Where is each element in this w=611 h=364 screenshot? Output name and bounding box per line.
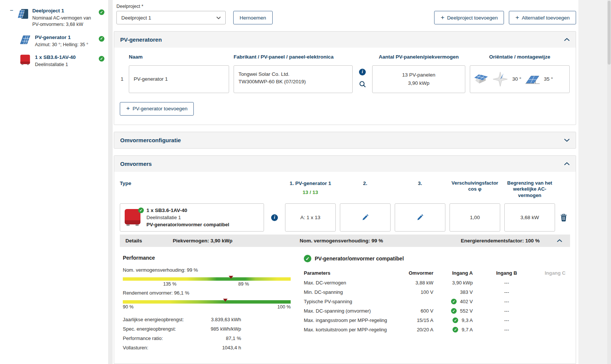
sidebar-item-desc: Deelinstallatie 1 — [35, 62, 94, 68]
compat-row: Max. kortsluitstroom per MPP-regeling 20… — [304, 325, 570, 334]
trash-icon[interactable] — [561, 214, 567, 221]
omvormerconfiguratie-header[interactable]: Omvormerconfiguratie — [114, 132, 576, 148]
row-index: 1 — [121, 76, 124, 82]
plus-icon: + — [126, 105, 130, 111]
pv-generatoren-header[interactable]: PV-generatoren — [114, 32, 576, 48]
sidebar-divider — [108, 0, 113, 364]
search-icon[interactable] — [359, 81, 366, 88]
inverter-status: PV-generator/omvormer compatibel — [146, 221, 229, 229]
pv-generator-row: 1 Tongwei Solar Co. Ltd. TW300MWP-60 BK … — [120, 65, 570, 93]
info-icon[interactable]: i — [359, 69, 366, 75]
inverter-icon: ✓ — [124, 209, 142, 226]
project-icon — [17, 8, 29, 20]
status-ok-icon: ✓ — [99, 56, 104, 62]
sidebar-item-title: 1 x SB3.6-1AV-40 — [35, 54, 94, 61]
compatibility-table: Parameters Omvormer Ingang A Ingang B In… — [304, 268, 570, 334]
add-pv-generator-button[interactable]: + PV-generator toevoegen — [120, 102, 194, 116]
panel-count-box[interactable]: 13 PV-panelen 3,90 kWp — [372, 65, 465, 93]
peak-power-summary: Piekvermogen: 3,90 kWp — [173, 238, 300, 244]
omvormers-panel: Omvormers Type 1. PV-generator 1 13 / 13… — [114, 155, 576, 364]
panel-title: Omvormers — [120, 161, 152, 167]
inverter-sub: Deelinstallatie 1 — [146, 214, 229, 221]
rename-button[interactable]: Hernoemen — [233, 11, 273, 24]
efficiency-meter — [123, 300, 291, 304]
tree-collapse-toggle[interactable]: − — [10, 8, 13, 14]
panel-selection-box[interactable]: Tongwei Solar Co. Ltd. TW300MWP-60 BK (0… — [234, 65, 353, 93]
omvormerconfiguratie-panel: Omvormerconfiguratie — [114, 132, 576, 149]
compatibility-section: ✓ PV-generator/omvormer compatibel Param… — [299, 255, 570, 352]
sidebar-item-title: PV-generator 1 — [35, 35, 94, 41]
stat-row: Jaarlijkse energieopbrengst: 3.839,63 kW… — [123, 315, 299, 324]
column-2: 2. — [340, 180, 391, 187]
sidebar-item-inverter[interactable]: 1 x SB3.6-1AV-40 Deelinstallatie 1 ✓ — [0, 51, 108, 71]
inverter-icon — [20, 54, 32, 65]
nom-ratio-meter — [123, 277, 291, 281]
nom-ratio-summary: Nom. vermogensverhouding: 99 % — [300, 238, 461, 244]
gen2-assignment-box[interactable] — [340, 203, 391, 232]
orientation-box[interactable]: 30 ° 35 ° — [470, 65, 570, 93]
compat-header-row: Parameters Omvormer Ingang A Ingang B In… — [304, 268, 570, 278]
info-icon[interactable]: i — [271, 214, 278, 221]
sidebar-item-desc: Azimut: 30 °; Helling: 35 ° — [35, 42, 94, 48]
compat-row: Max. DC-vermogen 3,88 kW 3,90 kWp --- — [304, 278, 570, 287]
add-alternative-button[interactable]: + Alternatief toevoegen — [509, 11, 576, 24]
project-tree-sidebar: − Deelproject 1 Nominaal AC-vermogen van… — [0, 0, 108, 364]
chevron-up-icon[interactable] — [557, 239, 564, 242]
inverter-table-header: Type 1. PV-generator 1 13 / 13 2. 3. Ver… — [120, 180, 570, 199]
azimuth-value: 30 ° — [512, 76, 521, 82]
pv-generatoren-panel: PV-generatoren Naam Fabrikant / PV-panee… — [114, 31, 576, 125]
check-icon: ✓ — [451, 299, 457, 304]
cos-phi-box[interactable]: 1,00 — [450, 203, 500, 232]
sidebar-item-deelproject[interactable]: Deelproject 1 Nominaal AC-vermogen van P… — [0, 5, 108, 31]
pencil-icon — [417, 214, 423, 221]
meter-marker — [223, 299, 228, 302]
column-cos-phi: Verschuivingsfactor cos φ — [450, 180, 500, 193]
gen3-assignment-box[interactable] — [395, 203, 445, 232]
scrollbar-thumb[interactable] — [608, 1, 611, 65]
inverter-type-box[interactable]: ✓ 1 x SB3.6-1AV-40 Deelinstallatie 1 PV-… — [120, 203, 264, 232]
performance-title: Performance — [123, 255, 299, 261]
stat-row: Performance ratio: 87,1 % — [123, 334, 299, 343]
roof-mount-icon — [474, 73, 488, 85]
ac-limit-box[interactable]: 3,68 kW — [504, 203, 555, 232]
sidebar-item-title: Deelproject 1 — [32, 8, 92, 14]
compatibility-title: PV-generator/omvormer compatibel — [315, 256, 404, 262]
toolbar: Deelproject * Deelproject 1 Hernoemen + … — [114, 4, 576, 24]
omvormers-header[interactable]: Omvormers — [114, 156, 576, 172]
details-bar[interactable]: Details Piekvermogen: 3,90 kWp Nom. verm… — [120, 235, 570, 247]
check-icon: ✓ — [453, 317, 458, 323]
stat-row: Vollasturen: 1043,4 h — [123, 343, 299, 352]
column-orientatie: Oriëntatie / montagewijze — [470, 54, 570, 60]
compat-row: Max. DC-spanning (omvormer) 600 V ✓ 552 … — [304, 306, 570, 316]
compat-row: Max. ingangsstroom per MPP-regeling 15/1… — [304, 316, 570, 325]
pv-generator-name-input[interactable] — [129, 65, 229, 93]
status-ok-icon: ✓ — [304, 255, 311, 262]
tilt-value: 35 ° — [544, 76, 553, 82]
main-content: Deelproject * Deelproject 1 Hernoemen + … — [113, 0, 578, 364]
details-body: Performance Nom. vermogensverhouding: 99… — [120, 247, 570, 364]
column-naam: Naam — [129, 54, 229, 60]
gen1-assignment-box[interactable]: A: 1 x 13 — [285, 203, 336, 232]
check-icon: ✓ — [453, 327, 458, 332]
column-ac-limit: Begrenzing van het werkelijke AC-vermoge… — [504, 180, 555, 199]
panel-title: PV-generatoren — [120, 36, 162, 43]
column-3: 3. — [395, 180, 445, 187]
column-gen1: 1. PV-generator 1 — [285, 180, 336, 187]
add-subproject-button[interactable]: + Deelproject toevoegen — [434, 11, 504, 24]
performance-stats: Jaarlijkse energieopbrengst: 3.839,63 kW… — [123, 315, 299, 352]
status-ok-icon: ✓ — [138, 208, 144, 213]
inverter-row: ✓ 1 x SB3.6-1AV-40 Deelinstallatie 1 PV-… — [120, 203, 570, 232]
chevron-down-icon[interactable] — [564, 138, 570, 142]
column-type: Type — [120, 180, 264, 187]
chevron-up-icon[interactable] — [564, 162, 570, 165]
deelproject-select[interactable]: Deelproject 1 — [116, 11, 226, 24]
deelproject-select-value: Deelproject 1 — [121, 15, 151, 21]
tilt-panel-icon — [525, 74, 540, 84]
nom-ratio-label: Nom. vermogensverhouding: 99 % — [123, 267, 299, 273]
plus-icon: + — [515, 14, 519, 21]
vertical-scrollbar[interactable] — [607, 0, 611, 364]
sidebar-item-pv-generator[interactable]: PV-generator 1 Azimut: 30 °; Helling: 35… — [0, 31, 108, 51]
chevron-up-icon[interactable] — [564, 38, 570, 41]
details-label: Details — [125, 238, 173, 244]
azimuth-compass-icon — [492, 71, 508, 87]
